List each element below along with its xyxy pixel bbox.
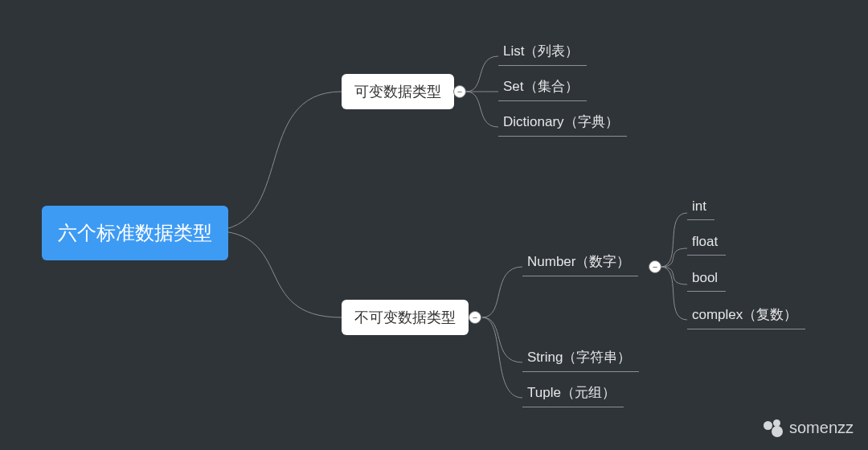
leaf-dictionary[interactable]: Dictionary（字典） [498, 109, 627, 137]
leaf-dictionary-label: Dictionary（字典） [503, 114, 619, 129]
leaf-set-label: Set（集合） [503, 79, 579, 94]
leaf-float-label: float [692, 234, 718, 249]
leaf-tuple[interactable]: Tuple（元组） [522, 380, 624, 407]
leaf-bool[interactable]: bool [687, 267, 726, 292]
leaf-int-label: int [692, 198, 706, 214]
leaf-complex-label: complex（复数） [692, 307, 797, 322]
toggle-immutable[interactable]: − [469, 311, 481, 324]
branch-immutable[interactable]: 不可变数据类型 [342, 300, 469, 335]
toggle-number[interactable]: − [649, 260, 661, 273]
mindmap-canvas: 六个标准数据类型 可变数据类型 − List（列表） Set（集合） Dicti… [0, 0, 868, 450]
minus-icon: − [653, 263, 657, 272]
watermark-text: somenzz [789, 419, 854, 437]
leaf-list-label: List（列表） [503, 43, 579, 59]
leaf-bool-label: bool [692, 270, 718, 285]
minus-icon: − [457, 88, 462, 96]
root-node[interactable]: 六个标准数据类型 [42, 206, 228, 260]
wechat-icon [764, 419, 786, 437]
toggle-mutable[interactable]: − [453, 85, 466, 98]
leaf-int[interactable]: int [687, 195, 714, 220]
leaf-complex[interactable]: complex（复数） [687, 302, 805, 329]
leaf-set[interactable]: Set（集合） [498, 74, 587, 101]
watermark: somenzz [764, 419, 854, 437]
leaf-number-label: Number（数字） [527, 254, 630, 269]
branch-immutable-label: 不可变数据类型 [354, 309, 456, 325]
branch-mutable[interactable]: 可变数据类型 [342, 74, 454, 109]
leaf-tuple-label: Tuple（元组） [527, 385, 616, 400]
leaf-list[interactable]: List（列表） [498, 39, 587, 66]
root-label: 六个标准数据类型 [58, 222, 212, 243]
leaf-string-label: String（字符串） [527, 350, 631, 365]
branch-mutable-label: 可变数据类型 [354, 84, 441, 100]
leaf-float[interactable]: float [687, 231, 726, 256]
minus-icon: − [473, 313, 477, 322]
leaf-number[interactable]: Number（数字） [522, 249, 638, 276]
leaf-string[interactable]: String（字符串） [522, 345, 639, 372]
